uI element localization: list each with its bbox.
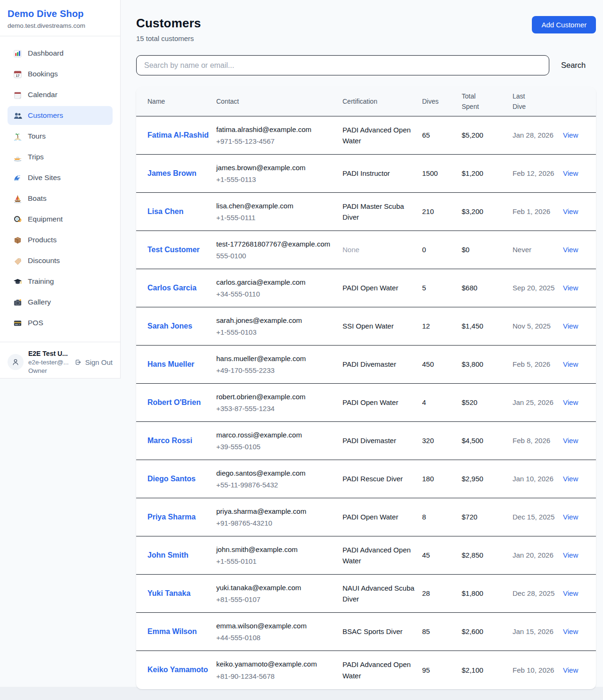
view-customer-link[interactable]: View [563,513,578,521]
customer-dives: 12 [422,321,462,331]
customer-name-link[interactable]: Robert O'Brien [147,398,201,406]
table-row: James Brown james.brown@example.com +1-5… [136,155,596,193]
customer-table-body: Fatima Al-Rashid fatima.alrashid@example… [136,116,596,689]
view-customer-link[interactable]: View [563,207,578,215]
customer-name-link[interactable]: Priya Sharma [147,513,196,521]
customer-phone: +39-555-0105 [216,441,336,452]
customer-email: lisa.chen@example.com [216,200,336,211]
customer-total-spent: $1,450 [462,321,513,331]
view-customer-link[interactable]: View [563,627,578,635]
sidebar-item-training[interactable]: Training [8,272,113,291]
customer-phone: +55-11-99876-5432 [216,479,336,490]
speedboat-icon [13,153,22,162]
customer-name-link[interactable]: John Smith [147,551,188,559]
table-row: Keiko Yamamoto keiko.yamamoto@example.co… [136,651,596,689]
customer-total-spent: $680 [462,282,513,293]
view-customer-link[interactable]: View [563,551,578,559]
view-customer-link[interactable]: View [563,475,578,483]
view-customer-link[interactable]: View [563,436,578,445]
customer-email: carlos.garcia@example.com [216,277,336,288]
sidebar-item-calendar[interactable]: Calendar [8,85,113,104]
sidebar-item-tours[interactable]: Tours [8,127,113,146]
sidebar-item-boats[interactable]: Boats [8,189,113,208]
customer-last-dive: Sep 20, 2025 [513,282,563,293]
customer-dives: 5 [422,282,462,293]
customer-name-link[interactable]: Diego Santos [147,475,196,483]
search-button[interactable]: Search [561,61,586,70]
customer-email: yuki.tanaka@example.com [216,582,336,593]
sidebar-item-equipment[interactable]: Equipment [8,210,113,229]
table-row: Hans Mueller hans.mueller@example.com +4… [136,346,596,384]
sidebar-item-trips[interactable]: Trips [8,148,113,166]
customer-dives: 180 [422,473,462,484]
tag-icon [13,256,22,265]
view-customer-link[interactable]: View [563,360,578,368]
customer-total-spent: $2,600 [462,626,513,637]
customer-contact: lisa.chen@example.com +1-555-0111 [216,200,342,223]
customer-name-link[interactable]: Marco Rossi [147,436,192,445]
customer-email: keiko.yamamoto@example.com [216,659,336,669]
sidebar-item-dashboard[interactable]: Dashboard [8,44,113,63]
customer-certification: NAUI Advanced Scuba Diver [342,583,422,605]
sidebar-item-discounts[interactable]: Discounts [8,251,113,270]
table-row: John Smith john.smith@example.com +1-555… [136,536,596,575]
avatar [8,354,24,370]
view-customer-link[interactable]: View [563,284,578,292]
column-header: Total Spent [462,91,513,112]
customer-dives: 28 [422,588,462,599]
customer-name-link[interactable]: James Brown [147,169,196,177]
credit-card-icon [13,319,22,328]
customer-phone: +81-90-1234-5678 [216,671,336,682]
view-customer-link[interactable]: View [563,322,578,330]
view-customer-link[interactable]: View [563,666,578,674]
customer-name-link[interactable]: Emma Wilson [147,627,197,635]
sidebar-item-customers[interactable]: Customers [8,106,113,125]
customer-certification: PADI Divemaster [342,435,422,446]
sidebar-item-pos[interactable]: POS [8,313,113,332]
customer-name-link[interactable]: Lisa Chen [147,207,183,215]
customer-dives: 8 [422,511,462,522]
sidebar-item-gallery[interactable]: Gallery [8,293,113,312]
view-customer-link[interactable]: View [563,246,578,254]
customer-total-spent: $720 [462,511,513,522]
view-customer-link[interactable]: View [563,169,578,177]
spiral-calendar-icon [13,91,22,99]
column-header: Contact [216,97,342,107]
sidebar-item-dive-sites[interactable]: Dive Sites [8,168,113,187]
customer-name-link[interactable]: Test Customer [147,246,200,254]
customer-total-spent: $1,800 [462,588,513,599]
customer-email: hans.mueller@example.com [216,353,336,364]
customer-name-link[interactable]: Hans Mueller [147,360,195,368]
table-row: Lisa Chen lisa.chen@example.com +1-555-0… [136,193,596,231]
customer-total-spent: $4,500 [462,435,513,446]
sidebar-item-bookings[interactable]: 17 Bookings [8,65,113,83]
customer-name-link[interactable]: Sarah Jones [147,322,192,330]
customer-name-link[interactable]: Fatima Al-Rashid [147,131,209,139]
table-row: Fatima Al-Rashid fatima.alrashid@example… [136,116,596,155]
search-row: Search [136,55,596,75]
search-input[interactable] [136,55,549,75]
customer-name-link[interactable]: Yuki Tanaka [147,589,190,597]
view-customer-link[interactable]: View [563,131,578,139]
table-row: Sarah Jones sarah.jones@example.com +1-5… [136,307,596,346]
add-customer-button[interactable]: Add Customer [532,16,596,33]
customer-dives: 0 [422,244,462,255]
table-row: Priya Sharma priya.sharma@example.com +9… [136,498,596,536]
customer-name-link[interactable]: Keiko Yamamoto [147,666,208,674]
customer-email: james.brown@example.com [216,162,336,173]
customer-email: sarah.jones@example.com [216,315,336,326]
sign-out-button[interactable]: Sign Out [74,358,113,366]
customer-dives: 95 [422,665,462,675]
main-header: Customers 15 total customers Add Custome… [136,16,596,42]
customer-contact: sarah.jones@example.com +1-555-0103 [216,315,342,338]
customer-name-link[interactable]: Carlos Garcia [147,284,196,292]
customer-phone: +81-555-0107 [216,594,336,605]
table-row: Emma Wilson emma.wilson@example.com +44-… [136,613,596,651]
sidebar-item-products[interactable]: Products [8,231,113,249]
customer-certification: PADI Instructor [342,168,422,179]
title-block: Customers 15 total customers [136,16,201,42]
customer-certification: PADI Master Scuba Diver [342,201,422,223]
view-customer-link[interactable]: View [563,589,578,597]
view-customer-link[interactable]: View [563,398,578,406]
customer-count: 15 total customers [136,34,201,42]
